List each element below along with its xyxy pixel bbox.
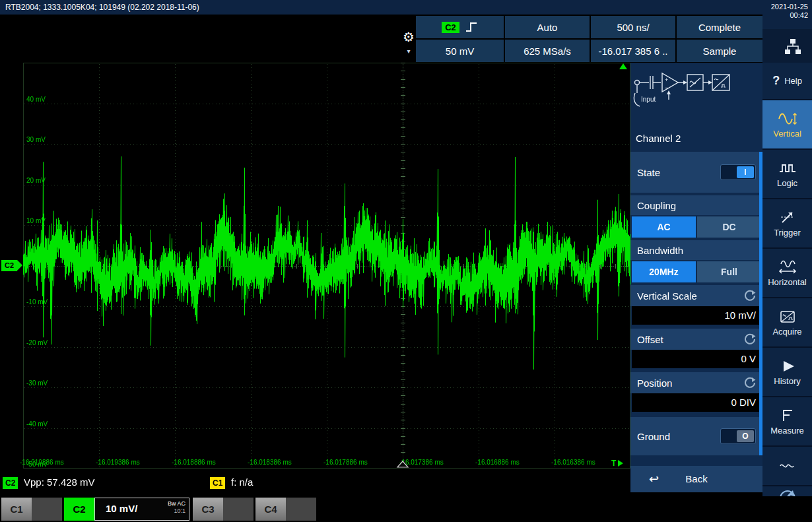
bandwidth-full-button[interactable]: Full bbox=[697, 261, 761, 282]
time-label: -16.016386 ms bbox=[551, 459, 595, 466]
offset-label: Offset bbox=[637, 334, 663, 345]
channel-tab-c2-info: 10 mV/ Bw AC 10:1 bbox=[94, 498, 189, 521]
measurement2-channel-badge: C1 bbox=[210, 477, 225, 489]
menu-item-label: Logic bbox=[777, 178, 797, 188]
trigger-mode-cell[interactable]: Auto bbox=[505, 16, 590, 38]
date-label: 2021-01-25 bbox=[762, 3, 808, 11]
c2-probe-ratio: 10:1 bbox=[174, 507, 186, 514]
menu-item-help[interactable]: ? Help bbox=[762, 63, 812, 100]
trigger-marker-arrow-icon bbox=[618, 460, 623, 467]
voltage-label: 10 mV bbox=[26, 217, 46, 224]
rotary-knob-icon[interactable] bbox=[744, 377, 756, 389]
ground-toggle[interactable]: O bbox=[720, 428, 756, 444]
menu-item-label: History bbox=[774, 376, 800, 386]
titlebar: RTB2004; 1333.1005K04; 101949 (02.202 20… bbox=[0, 0, 762, 15]
rotary-knob-icon[interactable] bbox=[744, 333, 756, 345]
vertical-scale-row: Vertical Scale bbox=[630, 285, 762, 306]
channel-signal-path-diagram: + − Input bbox=[630, 63, 762, 129]
channel2-menu-panel: + − Input Channel 2 State I Coupling AC … bbox=[630, 63, 762, 492]
channel-tab-label: C2 bbox=[64, 498, 94, 521]
menu-item-trigger[interactable]: Trigger bbox=[762, 199, 812, 249]
position-row: Position bbox=[630, 372, 762, 393]
coupling-label-row: Coupling bbox=[630, 195, 762, 215]
trigger-slope-icon bbox=[465, 21, 478, 33]
sample-rate-cell: 625 MSa/s bbox=[505, 40, 590, 62]
bandwidth-20mhz-button[interactable]: 20MHz bbox=[632, 261, 696, 282]
oscilloscope-screen: RTB2004; 1333.1005K04; 101949 (02.202 20… bbox=[0, 0, 812, 522]
timebase-cell[interactable]: 500 ns/ bbox=[591, 16, 675, 38]
voltage-label: -30 mV bbox=[26, 379, 48, 387]
vertical-scale-value[interactable]: 10 mV/ bbox=[632, 306, 761, 325]
channel-tab-c3[interactable]: C3 bbox=[193, 498, 254, 521]
position-value[interactable]: 0 DIV bbox=[632, 393, 761, 412]
svg-text:−: − bbox=[665, 84, 668, 91]
horizontal-position-cell[interactable]: -16.017 385 6 .. bbox=[591, 40, 675, 62]
vertical-scale-label: Vertical Scale bbox=[637, 290, 697, 302]
menu-item-label: Help bbox=[784, 76, 802, 86]
voltage-label: 30 mV bbox=[26, 136, 46, 143]
time-label: -16.017886 ms bbox=[323, 459, 368, 466]
menu-item-logic[interactable]: Logic bbox=[762, 150, 812, 199]
coupling-ac-button[interactable]: AC bbox=[632, 216, 696, 238]
trigger-time-marker[interactable]: T bbox=[611, 459, 623, 468]
coupling-label: Coupling bbox=[637, 200, 676, 211]
channel-tab-c2[interactable]: C2 10 mV/ Bw AC 10:1 bbox=[64, 498, 189, 521]
voltage-label: 40 mV bbox=[26, 96, 46, 103]
acquire-icon bbox=[778, 309, 797, 325]
channel-tab-label: C1 bbox=[1, 498, 32, 521]
menu-item-acquire[interactable]: Acquire bbox=[762, 298, 812, 348]
trigger-position-marker[interactable] bbox=[396, 460, 409, 469]
menu-item-label: Measure bbox=[770, 426, 804, 436]
menu-item-measure[interactable]: Measure bbox=[762, 397, 812, 447]
menu-item-label: Trigger bbox=[774, 228, 801, 238]
panel-title: Channel 2 bbox=[636, 129, 681, 148]
trigger-level-cell[interactable]: 50 mV bbox=[416, 40, 504, 62]
measurement2-value: f: n/a bbox=[231, 476, 253, 488]
time-label: -16.018886 ms bbox=[172, 459, 216, 466]
help-icon: ? bbox=[772, 74, 780, 88]
datetime: 2021-01-25 00:42 bbox=[762, 0, 812, 29]
menu-item-partial[interactable] bbox=[762, 447, 812, 486]
voltage-label: 20 mV bbox=[26, 177, 46, 184]
menu-item-history[interactable]: History bbox=[762, 348, 812, 397]
offset-value[interactable]: 0 V bbox=[632, 350, 761, 368]
acquisition-header: C2 Auto 500 ns/ Complete 50 mV 625 MSa/s… bbox=[416, 16, 762, 62]
softkey-menu: ? Help Vertical Logic Trigger bbox=[762, 63, 812, 522]
measurement1-value: Vpp: 57.428 mV bbox=[24, 476, 95, 488]
back-label: Back bbox=[630, 466, 762, 492]
coupling-dc-button[interactable]: DC bbox=[697, 216, 761, 238]
channel-tab-extension bbox=[286, 498, 316, 521]
channel-tabs-bar: C1 C2 10 mV/ Bw AC 10:1 C3 C4 bbox=[0, 496, 812, 522]
voltage-label: -10 mV bbox=[26, 298, 48, 306]
channel2-zero-marker[interactable]: C2 bbox=[1, 260, 17, 271]
position-label: Position bbox=[637, 377, 672, 389]
offset-row: Offset bbox=[630, 329, 762, 350]
network-icon bbox=[784, 38, 801, 55]
trigger-source-cell[interactable]: C2 bbox=[416, 16, 504, 38]
ground-row: Ground O bbox=[630, 417, 762, 455]
measurement-bar: C2 Vpp: 57.428 mV C1 f: n/a bbox=[0, 473, 630, 494]
ground-toggle-knob: O bbox=[737, 430, 754, 442]
rotary-knob-icon[interactable] bbox=[744, 290, 756, 302]
trigger-marker-label: T bbox=[611, 459, 616, 468]
state-toggle[interactable]: I bbox=[720, 164, 756, 180]
menu-item-label: Horizontal bbox=[768, 277, 807, 287]
time-label: -16.019386 ms bbox=[96, 459, 140, 466]
acquisition-mode-cell[interactable]: Sample bbox=[677, 40, 762, 62]
state-row: State I bbox=[630, 152, 762, 193]
back-button[interactable]: ↩ Back bbox=[630, 466, 762, 492]
channel-tab-c1[interactable]: C1 bbox=[1, 498, 62, 521]
menu-item-horizontal[interactable]: Horizontal bbox=[762, 249, 812, 298]
acquisition-status-cell: Complete bbox=[677, 16, 762, 38]
bandwidth-label: Bandwidth bbox=[637, 245, 683, 256]
waveform-canvas[interactable] bbox=[23, 63, 630, 469]
menu-item-vertical[interactable]: Vertical bbox=[762, 100, 812, 150]
channel-tab-label: C3 bbox=[193, 498, 223, 521]
coupling-buttons: AC DC bbox=[630, 215, 762, 239]
trigger-level-indicator[interactable] bbox=[619, 63, 627, 69]
trigger-icon bbox=[780, 210, 795, 226]
channel-tab-c4[interactable]: C4 bbox=[255, 498, 316, 521]
ground-label: Ground bbox=[637, 431, 670, 442]
vertical-icon bbox=[778, 111, 797, 127]
svg-text:+: + bbox=[665, 77, 668, 83]
